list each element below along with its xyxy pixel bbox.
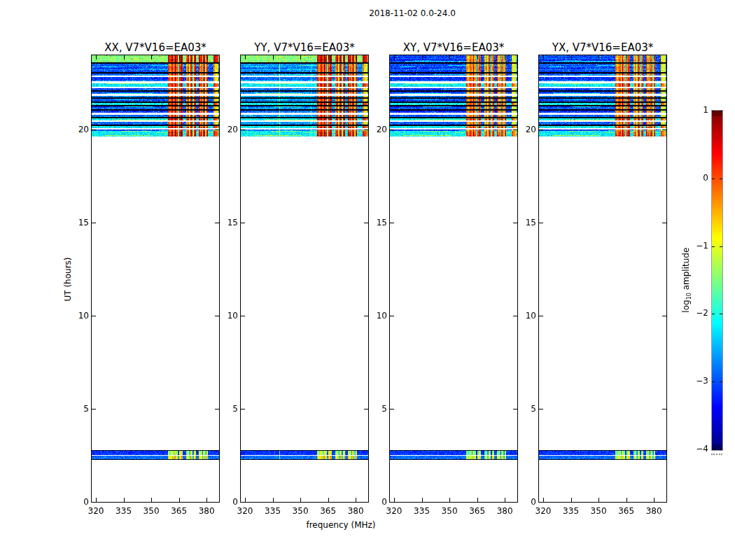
- x-tick-label: 350: [434, 506, 465, 516]
- y-tick-label: 20: [217, 124, 238, 135]
- x-tick-label: 365: [462, 506, 493, 516]
- y-tick-label: 15: [68, 217, 89, 228]
- panel-title-yy: YY, V7*V16=EA03*: [254, 41, 354, 54]
- colorbar-label-prefix: log: [681, 300, 691, 312]
- y-tick-label: 5: [366, 403, 387, 414]
- colorbar-tick-label: −3: [687, 375, 708, 386]
- x-tick-label: 320: [230, 506, 260, 516]
- x-tick-label: 320: [80, 506, 111, 516]
- colorbar-tick-label: 0: [687, 172, 708, 183]
- colorbar-extend-dots-icon: [711, 454, 722, 455]
- x-tick-label: 365: [164, 506, 195, 516]
- heatmap-yx: [539, 55, 666, 502]
- x-tick-label: 380: [638, 506, 669, 516]
- colorbar-label-sub: 10: [686, 293, 692, 300]
- x-tick-label: 365: [313, 506, 344, 516]
- y-tick-label: 0: [366, 496, 387, 507]
- x-tick-label: 320: [379, 506, 410, 516]
- y-tick-label: 20: [366, 124, 387, 135]
- colorbar-label-suffix: amplitude: [681, 248, 691, 293]
- y-tick-label: 10: [515, 310, 536, 321]
- spectrogram-panel-yx: [538, 55, 667, 503]
- y-tick-label: 10: [217, 310, 238, 321]
- y-tick-label: 0: [217, 496, 238, 507]
- spectrogram-panel-yy: [240, 55, 369, 503]
- y-tick-label: 10: [68, 310, 89, 321]
- panel-title-yx: YX, V7*V16=EA03*: [552, 41, 654, 54]
- x-tick-label: 350: [285, 506, 316, 516]
- x-tick-label: 320: [528, 506, 559, 516]
- figure-title: 2018-11-02 0.0-24.0: [369, 8, 456, 18]
- colorbar-tick-label: −4: [687, 443, 708, 454]
- x-tick-label: 380: [191, 506, 222, 516]
- x-tick-label: 335: [556, 506, 587, 516]
- y-tick-label: 20: [515, 124, 536, 135]
- y-tick-label: 15: [217, 217, 238, 228]
- y-tick-label: 15: [515, 217, 536, 228]
- spectrogram-panel-xx: [91, 55, 220, 503]
- x-tick-label: 335: [407, 506, 438, 516]
- y-tick-label: 10: [366, 310, 387, 321]
- x-tick-label: 350: [583, 506, 614, 516]
- x-tick-label: 335: [258, 506, 288, 516]
- x-tick-label: 365: [611, 506, 642, 516]
- y-tick-label: 0: [515, 496, 536, 507]
- colorbar-gradient: [712, 111, 722, 450]
- heatmap-yy: [241, 55, 368, 502]
- x-tick-label: 350: [136, 506, 167, 516]
- spectrogram-figure: 2018-11-02 0.0-24.0 UT (hours) frequency…: [0, 0, 735, 560]
- panel-title-xy: XY, V7*V16=EA03*: [403, 41, 505, 54]
- x-axis-label: frequency (MHz): [306, 520, 375, 530]
- heatmap-xy: [390, 55, 517, 502]
- colorbar-tick-label: 1: [687, 104, 708, 115]
- y-tick-label: 5: [217, 403, 238, 414]
- x-tick-label: 380: [340, 506, 371, 516]
- x-tick-label: 335: [108, 506, 139, 516]
- heatmap-xx: [92, 55, 219, 502]
- colorbar-label: log10 amplitude: [681, 227, 692, 332]
- y-tick-label: 15: [366, 217, 387, 228]
- y-tick-label: 0: [68, 496, 89, 507]
- x-tick-label: 380: [489, 506, 520, 516]
- y-tick-label: 5: [515, 403, 536, 414]
- y-tick-label: 5: [68, 403, 89, 414]
- panel-title-xx: XX, V7*V16=EA03*: [104, 41, 206, 54]
- spectrogram-panel-xy: [389, 55, 518, 503]
- y-tick-label: 20: [68, 124, 89, 135]
- colorbar: [711, 110, 723, 451]
- y-axis-label-text: UT (hours): [63, 257, 73, 301]
